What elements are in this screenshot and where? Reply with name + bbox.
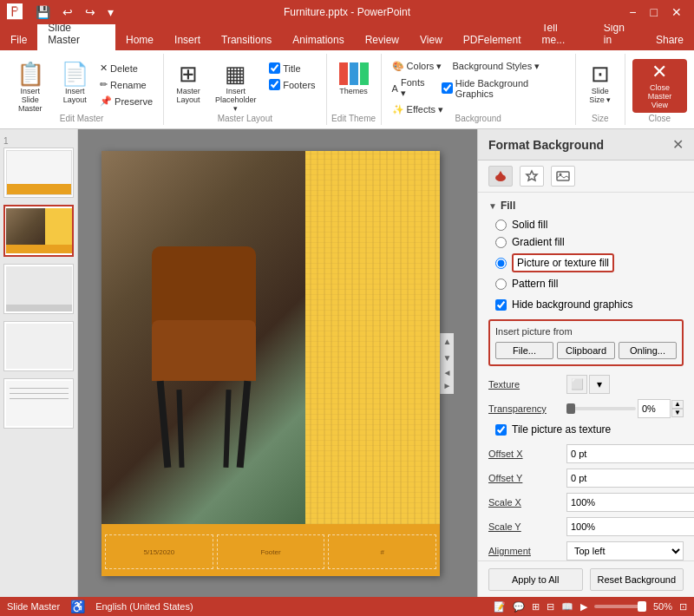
transparency-up-btn[interactable]: ▲ [671, 400, 684, 409]
master-layout-btn[interactable]: ⊞ MasterLayout [171, 59, 206, 108]
transparency-input[interactable] [638, 399, 671, 418]
notes-btn[interactable]: 📝 [494, 601, 506, 613]
slide-thumb-3[interactable] [3, 264, 74, 314]
texture-picker-btn[interactable]: ⬜ [566, 375, 587, 394]
redo-quick-btn[interactable]: ↪ [82, 4, 98, 20]
file-btn[interactable]: File... [495, 342, 553, 359]
customize-quick-btn[interactable]: ▾ [105, 4, 116, 20]
background-styles-btn[interactable]: Background Styles ▾ [448, 59, 543, 74]
alignment-select[interactable]: Top left Top Top right Center left Cente… [566, 541, 684, 560]
solid-fill-label: Solid fill [512, 219, 547, 231]
footers-checkbox-row[interactable]: Footers [265, 77, 318, 92]
image-fill-icon[interactable] [551, 166, 575, 187]
slide-thumb-2[interactable] [3, 205, 74, 257]
undo-quick-btn[interactable]: ↩ [60, 4, 75, 20]
chair-leg3 [176, 390, 184, 468]
fit-to-window-btn[interactable]: ⊡ [679, 601, 687, 613]
tab-home[interactable]: Home [115, 29, 164, 50]
slide-thumb-1[interactable] [3, 147, 74, 198]
transparency-spinner[interactable]: ▲ ▼ [671, 400, 684, 417]
offset-x-input[interactable] [566, 444, 694, 463]
tab-view[interactable]: View [409, 29, 453, 50]
footers-checkbox[interactable] [269, 79, 280, 90]
insert-slide-master-btn[interactable]: 📋 Insert SlideMaster [7, 59, 54, 116]
tab-transitions[interactable]: Transitions [211, 29, 282, 50]
delete-btn[interactable]: ✕ Delete [96, 61, 156, 75]
tab-file[interactable]: File [0, 29, 37, 50]
zoom-slider[interactable] [594, 605, 646, 608]
main-layout: 1 [0, 129, 694, 598]
view-reading-btn[interactable]: 📖 [561, 601, 573, 613]
shape-effects-icon[interactable] [520, 166, 544, 187]
chair-seat [152, 320, 256, 381]
panel-close-btn[interactable]: ✕ [672, 136, 684, 153]
scale-y-input[interactable] [566, 517, 694, 536]
close-btn[interactable]: ✕ [666, 5, 687, 19]
scroll-up-btn[interactable]: ▲ [442, 335, 454, 348]
texture-dropdown-btn[interactable]: ▾ [589, 375, 610, 394]
slide-thumb-4[interactable] [3, 321, 74, 371]
preserve-btn[interactable]: 📌 Preserve [96, 94, 156, 108]
master-layout-label: MasterLayout [176, 87, 200, 104]
insert-placeholder-label: InsertPlaceholder ▾ [214, 87, 257, 113]
minimize-btn[interactable]: − [624, 5, 641, 19]
slide-canvas[interactable]: 5/15/2020 Footer # [101, 151, 440, 576]
scroll-left-btn[interactable]: ◄ [442, 366, 454, 379]
offset-y-input[interactable] [566, 469, 694, 488]
gradient-fill-option[interactable]: Gradient fill [495, 236, 684, 248]
tab-review[interactable]: Review [355, 29, 409, 50]
size-group-label: Size [592, 114, 608, 123]
tab-share[interactable]: Share [645, 29, 694, 50]
view-slideshow-btn[interactable]: ▶ [580, 601, 587, 613]
fill-tab-icon[interactable] [488, 166, 513, 187]
hide-background-row[interactable]: Hide Background Graphics [438, 75, 568, 101]
tab-animations[interactable]: Animations [282, 29, 354, 50]
insert-layout-btn[interactable]: 📄 InsertLayout [57, 59, 94, 108]
slide-size-btn[interactable]: ⊡ SlideSize ▾ [583, 59, 618, 108]
clipboard-btn[interactable]: Clipboard [557, 342, 615, 359]
close-master-view-btn[interactable]: ✕ CloseMaster View [632, 59, 687, 113]
hide-background-checkbox[interactable] [442, 82, 453, 94]
comments-btn[interactable]: 💬 [513, 601, 525, 613]
transparency-thumb[interactable] [566, 403, 575, 414]
solid-fill-option[interactable]: Solid fill [495, 219, 684, 231]
scale-x-input[interactable] [566, 493, 694, 512]
zoom-thumb[interactable] [638, 601, 646, 612]
rename-btn[interactable]: ✏ Rename [96, 77, 156, 92]
close-master-view-icon: ✕ [651, 62, 667, 82]
title-checkbox-row[interactable]: Title [265, 61, 318, 75]
scale-y-row: Scale Y ▲ ▼ [488, 517, 684, 536]
transparency-label: Transparency [488, 403, 566, 414]
view-slidesorter-btn[interactable]: ⊟ [547, 601, 554, 613]
transparency-down-btn[interactable]: ▼ [671, 409, 684, 417]
app-icon: 🅿 [7, 3, 23, 22]
slide-thumb-5[interactable] [3, 378, 74, 429]
online-btn[interactable]: Onling... [619, 342, 677, 359]
transparency-slider[interactable] [566, 407, 636, 410]
hide-bg-graphics-checkbox[interactable] [495, 299, 507, 311]
pattern-fill-option[interactable]: Pattern fill [495, 278, 684, 290]
picture-texture-fill-radio[interactable] [495, 258, 507, 269]
gradient-fill-radio[interactable] [495, 237, 507, 248]
insert-placeholder-btn[interactable]: ▦ InsertPlaceholder ▾ [209, 59, 262, 116]
effects-btn[interactable]: ✨ Effects ▾ [389, 102, 447, 117]
colors-btn[interactable]: 🎨 Colors ▾ [389, 59, 446, 74]
view-normal-btn[interactable]: ⊞ [532, 601, 540, 613]
apply-to-all-btn[interactable]: Apply to All [488, 568, 583, 591]
picture-texture-fill-option[interactable]: Picture or texture fill [495, 253, 684, 272]
reset-background-btn[interactable]: Reset Background [590, 568, 684, 591]
tab-pdfelement[interactable]: PDFelement [453, 29, 532, 50]
restore-btn[interactable]: □ [645, 5, 663, 19]
themes-btn[interactable]: Themes [334, 59, 374, 99]
fonts-btn[interactable]: A Fonts ▾ [389, 75, 435, 101]
preserve-icon: 📌 [100, 95, 112, 107]
scroll-down-btn[interactable]: ▼ [442, 351, 454, 364]
scroll-right-btn[interactable]: ► [442, 379, 454, 392]
save-quick-btn[interactable]: 💾 [33, 4, 53, 20]
transparency-track[interactable] [566, 407, 636, 410]
title-checkbox[interactable] [269, 62, 280, 74]
tile-picture-checkbox[interactable] [495, 424, 507, 436]
solid-fill-radio[interactable] [495, 220, 507, 231]
tab-insert[interactable]: Insert [164, 29, 211, 50]
pattern-fill-radio[interactable] [495, 279, 507, 290]
